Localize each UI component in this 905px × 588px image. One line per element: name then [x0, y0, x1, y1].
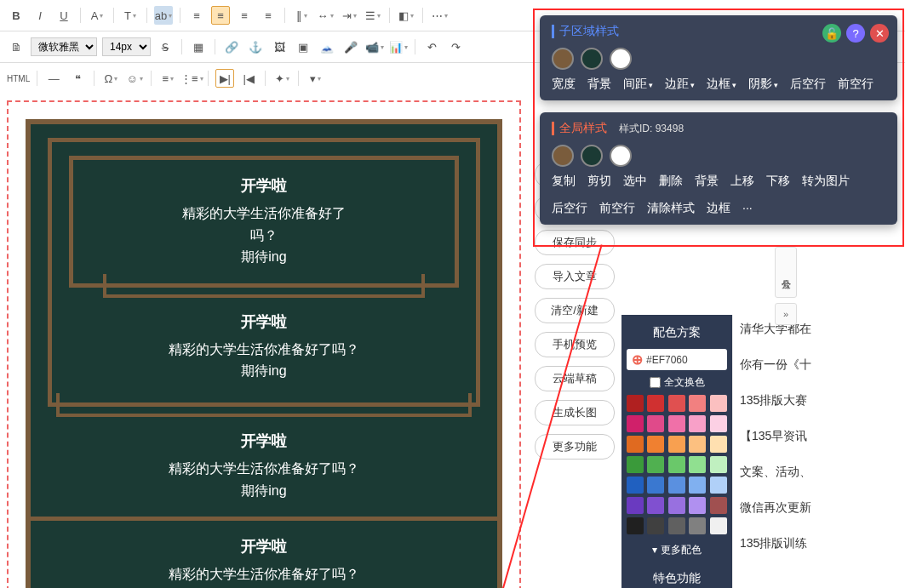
action-bg[interactable]: 背景	[587, 77, 611, 92]
line-height-button[interactable]: ‖	[292, 6, 311, 25]
color-swatch[interactable]	[627, 415, 644, 432]
bracket-left-button[interactable]: ▶|	[215, 69, 234, 88]
align-left-button[interactable]: ≡	[187, 6, 206, 25]
color-swatch[interactable]	[647, 415, 664, 432]
more-colors-button[interactable]: ▾ 更多配色	[627, 539, 727, 561]
color-swatch[interactable]	[668, 415, 685, 432]
content-block-2[interactable]: 开学啦 精彩的大学生活你准备好了吗？ 期待ing	[69, 305, 459, 389]
gallery-button[interactable]: 🗻	[318, 37, 336, 56]
font-color-button[interactable]: A	[88, 6, 106, 25]
bold-button[interactable]: B	[7, 6, 26, 25]
color-swatch[interactable]	[710, 497, 727, 514]
action-spacing[interactable]: 间距	[623, 77, 653, 92]
color-swatch[interactable]	[689, 477, 706, 494]
editor-canvas[interactable]: 开学啦 精彩的大学生活你准备好了 吗？ 期待ing 开学啦 精彩的大学生活你准备…	[7, 100, 521, 588]
italic-button[interactable]: I	[31, 6, 49, 25]
ordered-list-button[interactable]: ≡	[158, 69, 177, 88]
color-circle-dark[interactable]	[581, 48, 603, 70]
action-save-sync[interactable]: 保存同步	[535, 230, 615, 255]
color-swatch[interactable]	[668, 477, 685, 494]
color-swatch[interactable]	[710, 395, 727, 412]
color-circle-brown[interactable]	[552, 145, 574, 167]
table-button[interactable]: ▦	[189, 37, 208, 56]
color-swatch[interactable]	[647, 517, 664, 534]
action-margin[interactable]: 边距	[665, 77, 695, 92]
news-item[interactable]: 135排版训练	[740, 536, 896, 551]
editor-scroll[interactable]: 开学啦 精彩的大学生活你准备好了 吗？ 期待ing 开学啦 精彩的大学生活你准备…	[0, 94, 528, 588]
news-item[interactable]: 微信再次更新	[740, 500, 896, 516]
underline-button[interactable]: U	[54, 6, 73, 25]
format-more-button[interactable]: ⋯	[430, 6, 449, 25]
color-swatch[interactable]	[647, 477, 664, 494]
color-swatch[interactable]	[647, 436, 664, 453]
action-before-blank[interactable]: 前空行	[599, 201, 635, 216]
action-clear-new[interactable]: 清空/新建	[535, 298, 615, 323]
close-icon[interactable]: ✕	[870, 24, 889, 43]
quote-button[interactable]: ❝	[68, 69, 87, 88]
action-border[interactable]: 边框	[707, 77, 736, 92]
image2-button[interactable]: ▣	[294, 37, 312, 56]
news-item[interactable]: 135排版大赛	[740, 393, 896, 408]
special-char-button[interactable]: Ω	[101, 69, 120, 88]
action-border[interactable]: 边框	[707, 201, 730, 216]
animation-button[interactable]: ✦	[272, 69, 291, 88]
audio-button[interactable]: 🎤	[341, 37, 360, 56]
color-swatch[interactable]	[647, 395, 664, 412]
content-block-3[interactable]: 开学啦 精彩的大学生活你准备好了吗？ 期待ing	[48, 424, 480, 508]
action-clear-style[interactable]: 清除样式	[647, 201, 695, 216]
new-doc-button[interactable]: 🗎	[7, 37, 26, 56]
color-swatch[interactable]	[689, 415, 706, 432]
nested-frame-2[interactable]: 开学啦 精彩的大学生活你准备好了 吗？ 期待ing 开学啦 精彩的大学生活你准备…	[48, 138, 480, 407]
color-swatch[interactable]	[647, 456, 664, 473]
nested-frame-1[interactable]: 开学啦 精彩的大学生活你准备好了 吗？ 期待ing 开学啦 精彩的大学生活你准备…	[26, 119, 502, 588]
news-item[interactable]: 【135早资讯	[740, 429, 896, 444]
font-size-select[interactable]: 14px	[102, 37, 151, 56]
image-button[interactable]: 🖼	[270, 37, 289, 56]
action-cut[interactable]: 剪切	[587, 174, 611, 189]
html-source-button[interactable]: HTML	[7, 69, 30, 88]
color-swatch[interactable]	[627, 477, 644, 494]
bg-color-button[interactable]: ab	[154, 6, 173, 25]
action-after-blank[interactable]: 后空行	[552, 201, 587, 216]
color-circle-brown[interactable]	[552, 48, 574, 70]
color-swatch[interactable]	[689, 456, 706, 473]
badge-collapse[interactable]: »	[775, 303, 797, 325]
color-swatch[interactable]	[689, 497, 706, 514]
action-bg[interactable]: 背景	[695, 174, 719, 189]
align-right-button[interactable]: ≡	[235, 6, 254, 25]
color-swatch[interactable]	[627, 395, 644, 412]
fulltext-recolor-row[interactable]: 全文换色	[627, 375, 727, 390]
special-features-title[interactable]: 特色功能	[627, 566, 727, 588]
text-transform-button[interactable]: T	[121, 6, 140, 25]
action-copy[interactable]: 复制	[552, 174, 576, 189]
anchor-button[interactable]: ⚓	[246, 37, 265, 56]
help-icon[interactable]: ?	[846, 24, 865, 43]
color-swatch[interactable]	[668, 497, 685, 514]
color-swatch[interactable]	[689, 517, 706, 534]
action-delete[interactable]: 删除	[659, 174, 683, 189]
bracket-right-button[interactable]: |◀	[239, 69, 258, 88]
undo-button[interactable]: ↶	[422, 37, 441, 56]
color-swatch[interactable]	[668, 517, 685, 534]
news-item[interactable]: 清华大学都在	[740, 322, 896, 337]
action-import[interactable]: 导入文章	[535, 264, 615, 289]
unlock-icon[interactable]: 🔓	[822, 24, 841, 43]
unordered-list-button[interactable]: ⋮≡	[182, 69, 201, 88]
indent-button[interactable]: ⇥	[340, 6, 358, 25]
emoji-button[interactable]: ☺	[125, 69, 144, 88]
video-button[interactable]: 📹	[365, 37, 384, 56]
align-center-button[interactable]: ≡	[211, 6, 230, 25]
color-swatch[interactable]	[710, 517, 727, 534]
action-more[interactable]: ···	[742, 201, 753, 216]
color-input-row[interactable]: ⊕ #EF7060	[627, 349, 727, 370]
color-swatch[interactable]	[710, 477, 727, 494]
add-color-icon[interactable]: ⊕	[632, 351, 643, 368]
action-gen-image[interactable]: 生成长图	[535, 400, 615, 425]
news-item[interactable]: 你有一份《十	[740, 357, 896, 373]
color-swatch[interactable]	[627, 456, 644, 473]
color-swatch[interactable]	[710, 415, 727, 432]
color-swatch[interactable]	[627, 517, 644, 534]
float-button[interactable]: ◧	[397, 6, 415, 25]
action-to-image[interactable]: 转为图片	[802, 174, 850, 189]
action-cloud-draft[interactable]: 云端草稿	[535, 366, 615, 391]
